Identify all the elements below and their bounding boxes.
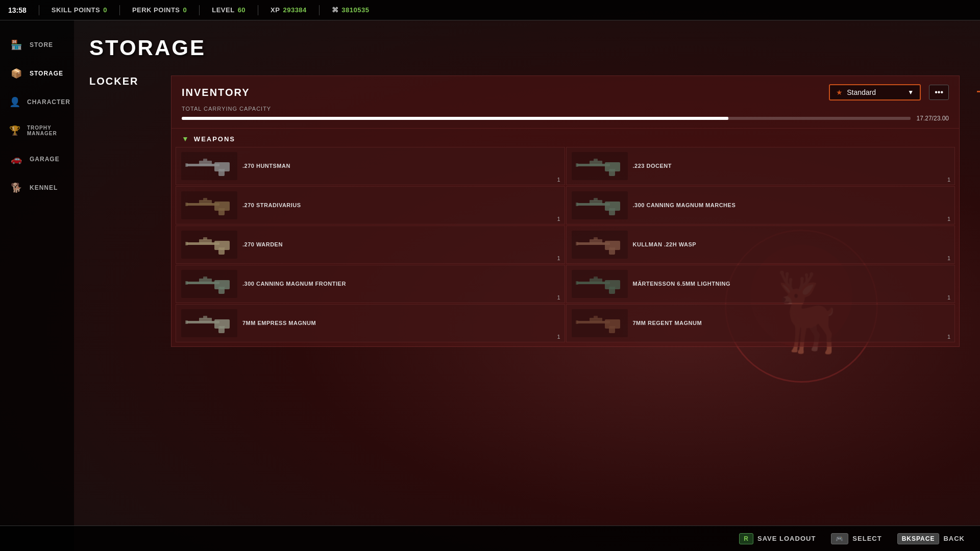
weapon-count-w10: 1	[947, 334, 950, 340]
svg-rect-39	[199, 279, 212, 283]
weapon-item-w5[interactable]: .270 WARDEN 1	[176, 226, 565, 264]
weapon-count-w4: 1	[947, 216, 950, 222]
clock-display: 13:58	[8, 6, 27, 14]
back-label: BACK	[943, 535, 965, 542]
svg-rect-28	[203, 237, 207, 240]
weapon-image-w9	[181, 309, 237, 337]
weapon-item-w8[interactable]: MÄRTENSSON 6.5MM LIGHTNING 1	[566, 265, 955, 303]
svg-rect-10	[594, 159, 598, 161]
level-label: LEVEL	[212, 6, 234, 14]
weapon-image-w4	[572, 191, 628, 219]
perk-points-label: PERK POINTS	[132, 6, 180, 14]
weapon-item-w1[interactable]: .270 HUNTSMAN 1	[176, 147, 565, 185]
weapon-name-w9: 7MM EMPRESS MAGNUM	[242, 319, 316, 327]
weapon-count-w1: 1	[557, 177, 560, 183]
skill-points-display: SKILL POINTS 0	[52, 6, 107, 14]
locker-section: LOCKER	[89, 76, 171, 509]
sidebar-trophy-label: TROPHY MANAGER	[27, 125, 65, 136]
capacity-label: TOTAL CARRYING CAPACITY	[182, 106, 949, 112]
sidebar-item-store[interactable]: 🏪 STORE	[0, 31, 74, 59]
weapons-section-header: ▼ WEAPONS	[172, 129, 959, 147]
sidebar-garage-label: GARAGE	[30, 156, 60, 163]
divider-1	[39, 5, 39, 15]
svg-rect-41	[185, 281, 188, 285]
sidebar-item-kennel[interactable]: 🐕 KENNEL	[0, 173, 74, 202]
sidebar-item-garage[interactable]: 🚗 GARAGE	[0, 145, 74, 173]
weapon-count-w7: 1	[557, 294, 560, 300]
svg-rect-4	[203, 159, 207, 161]
svg-rect-17	[185, 203, 188, 206]
xp-value: 293384	[283, 6, 306, 14]
weapon-name-w10: 7MM REGENT MAGNUM	[633, 319, 702, 327]
weapons-collapse-arrow[interactable]: ▼	[182, 135, 189, 143]
inventory-header: INVENTORY ★ Standard ▼ •••	[172, 76, 959, 106]
svg-rect-9	[590, 161, 602, 165]
weapon-item-w10[interactable]: 7MM REGENT MAGNUM 1	[566, 304, 955, 342]
weapon-image-w10	[572, 309, 628, 337]
select-action: 🎮 SELECT	[831, 533, 881, 544]
sidebar-item-trophy-manager[interactable]: 🏆 TROPHY MANAGER	[0, 116, 74, 145]
svg-rect-45	[590, 279, 602, 283]
main-content: STORAGE LOCKER INVENTORY ★ Standard ▼ ••…	[74, 20, 980, 551]
weapon-item-w7[interactable]: .300 CANNING MAGNUM FRONTIER 1	[176, 265, 565, 303]
svg-rect-51	[199, 318, 212, 322]
weapon-item-w9[interactable]: 7MM EMPRESS MAGNUM 1	[176, 304, 565, 342]
back-key: BKSPACE	[897, 533, 940, 544]
svg-rect-23	[576, 203, 578, 206]
sidebar-character-label: CHARACTER	[27, 98, 70, 106]
capacity-bar-container: 17.27/23.00	[182, 115, 949, 122]
perk-points-value: 0	[183, 6, 187, 14]
dots-menu-button[interactable]: •••	[929, 85, 949, 100]
locker-header: LOCKER	[89, 76, 171, 87]
dropdown-star: ★	[836, 88, 843, 96]
divider-5	[319, 5, 320, 15]
arrow-shaft	[977, 91, 980, 92]
arrow-indicator	[977, 87, 980, 96]
divider-3	[199, 5, 200, 15]
sidebar-item-storage[interactable]: 📦 STORAGE	[0, 59, 74, 88]
weapon-count-w8: 1	[947, 294, 950, 300]
inventory-wrapper: INVENTORY ★ Standard ▼ ••• TOTAL CARRYIN…	[171, 76, 960, 509]
character-icon: 👤	[9, 95, 21, 109]
xp-display: XP 293384	[271, 6, 307, 14]
weapon-image-w5	[181, 231, 237, 259]
svg-rect-22	[594, 198, 598, 201]
weapon-count-w5: 1	[557, 255, 560, 261]
svg-rect-35	[576, 242, 578, 245]
capacity-text: 17.27/23.00	[917, 115, 949, 122]
weapon-item-w6[interactable]: KULLMAN .22H WASP 1	[566, 226, 955, 264]
save-loadout-label: SAVE LOADOUT	[757, 535, 816, 542]
weapon-count-w9: 1	[557, 334, 560, 340]
select-key: 🎮	[831, 533, 848, 544]
sidebar-item-character[interactable]: 👤 CHARACTER	[0, 88, 74, 116]
sidebar-kennel-label: KENNEL	[30, 184, 58, 191]
weapon-image-w7	[181, 270, 237, 298]
loadout-dropdown[interactable]: ★ Standard ▼	[829, 84, 921, 101]
storage-panel: LOCKER INVENTORY ★ Standard ▼ ••• TOTAL …	[89, 76, 960, 509]
weapons-grid: .270 HUNTSMAN 1 .223 DOCENT 1	[172, 147, 959, 346]
svg-rect-21	[590, 200, 602, 204]
weapon-item-w4[interactable]: .300 CANNING MAGNUM MARCHES 1	[566, 186, 955, 224]
svg-rect-16	[203, 198, 207, 201]
capacity-bar	[182, 117, 911, 120]
dropdown-arrow-icon: ▼	[908, 89, 914, 96]
weapon-name-w6: KULLMAN .22H WASP	[633, 241, 697, 248]
store-icon: 🏪	[9, 38, 23, 52]
svg-rect-46	[594, 277, 598, 279]
svg-rect-40	[203, 277, 207, 279]
weapon-item-w3[interactable]: .270 STRADIVARIUS 1	[176, 186, 565, 224]
svg-rect-29	[185, 242, 188, 245]
level-display: LEVEL 60	[212, 6, 246, 14]
weapon-count-w3: 1	[557, 216, 560, 222]
sidebar-store-label: STORE	[30, 41, 53, 48]
svg-rect-34	[594, 237, 598, 240]
svg-rect-3	[199, 161, 212, 165]
top-bar: 13:58 SKILL POINTS 0 PERK POINTS 0 LEVEL…	[0, 0, 980, 20]
kennel-icon: 🐕	[9, 181, 23, 195]
page-title: STORAGE	[89, 36, 960, 60]
sidebar-storage-label: STORAGE	[30, 70, 63, 77]
weapon-item-w2[interactable]: .223 DOCENT 1	[566, 147, 955, 185]
bottom-bar: R SAVE LOADOUT 🎮 SELECT BKSPACE BACK	[0, 525, 980, 551]
save-loadout-key: R	[739, 533, 753, 544]
weapon-name-w1: .270 HUNTSMAN	[242, 162, 290, 169]
